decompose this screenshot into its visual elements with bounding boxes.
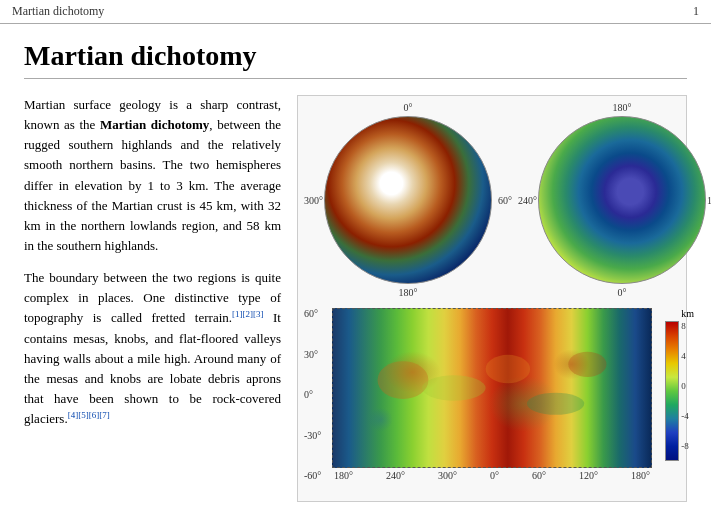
circle-right-left-label: 240° xyxy=(518,195,537,206)
citation-1: [1][2][3] xyxy=(232,309,263,319)
colorbar-val-0: 0 xyxy=(681,381,689,391)
page-number: 1 xyxy=(693,4,699,19)
topo-feature-2 xyxy=(422,375,486,400)
x-label-60: 60° xyxy=(532,470,546,481)
topo-feature-4 xyxy=(527,393,584,415)
x-label-240: 240° xyxy=(386,470,405,481)
maps-top: 0° 180° 300° 60° 180° 0° 240° 120° xyxy=(304,102,680,298)
bottom-map-ylabels: 60° 30° 0° -30° -60° xyxy=(304,308,321,481)
y-label-n60: -60° xyxy=(304,470,321,481)
y-label-n30: -30° xyxy=(304,430,321,441)
article-header-title: Martian dichotomy xyxy=(12,4,104,19)
map-circle-right xyxy=(538,116,706,284)
one-text: One xyxy=(143,290,165,305)
colorbar-gradient xyxy=(665,321,679,461)
y-label-30: 30° xyxy=(304,349,321,360)
known-text: known xyxy=(24,117,59,132)
southern-text: southern xyxy=(68,137,113,152)
circle-right-bottom-label: 0° xyxy=(618,287,627,298)
topo-feature-5 xyxy=(568,352,606,377)
map-circle-left xyxy=(324,116,492,284)
y-label-0: 0° xyxy=(304,389,321,400)
image-column: 0° 180° 300° 60° 180° 0° 240° 120° xyxy=(297,95,687,502)
x-label-0: 0° xyxy=(490,470,499,481)
title-divider xyxy=(24,78,687,79)
paragraph-1: Martian surface geology is a sharp contr… xyxy=(24,95,281,256)
x-label-300: 300° xyxy=(438,470,457,481)
map-circle-right-container: 180° 0° 240° 120° xyxy=(518,102,711,298)
map-circle-left-container: 0° 180° 300° 60° xyxy=(304,102,512,298)
y-label-60: 60° xyxy=(304,308,321,319)
circle-left-left-label: 300° xyxy=(304,195,323,206)
circle-right-right-label: 120° xyxy=(707,195,711,206)
colorbar-val-n8: -8 xyxy=(681,441,689,451)
circle-right-top-label: 180° xyxy=(613,102,632,113)
topo-feature-1 xyxy=(378,361,429,399)
colorbar-val-n4: -4 xyxy=(681,411,689,421)
topo-feature-3 xyxy=(486,355,531,383)
map-circle-left-wrapper: 0° 180° 300° 60° xyxy=(324,116,492,284)
citation-2: [4][5][6][7] xyxy=(68,410,110,420)
page-title: Martian dichotomy xyxy=(24,40,687,72)
x-label-180-left: 180° xyxy=(334,470,353,481)
bottom-map-area: 60° 30° 0° -30° -60° xyxy=(332,308,652,481)
colorbar-value-labels: 8 4 0 -4 -8 xyxy=(681,321,689,451)
colorbar-km-label: km xyxy=(681,308,694,319)
x-label-180-right: 180° xyxy=(631,470,650,481)
text-column: Martian surface geology is a sharp contr… xyxy=(24,95,281,442)
lowlands-text: lowlands xyxy=(130,218,177,233)
x-label-120: 120° xyxy=(579,470,598,481)
circle-left-right-label: 60° xyxy=(498,195,512,206)
colorbar-val-4: 4 xyxy=(681,351,689,361)
bottom-map-xlabels: 180° 240° 300° 0° 60° 120° 180° xyxy=(332,470,652,481)
page-content: Martian dichotomy Martian surface geolog… xyxy=(0,24,711,517)
colorbar-display: 8 4 0 -4 -8 xyxy=(665,321,689,451)
paragraph-2: The boundary between the two regions is … xyxy=(24,268,281,430)
top-bar: Martian dichotomy 1 xyxy=(0,0,711,24)
colorbar-val-8: 8 xyxy=(681,321,689,331)
circle-left-bottom-label: 180° xyxy=(399,287,418,298)
smooth-text: smooth xyxy=(24,157,62,172)
circle-left-top-label: 0° xyxy=(404,102,413,113)
map-circle-right-wrapper: 180° 0° 240° 120° xyxy=(538,116,706,284)
bottom-map xyxy=(332,308,652,468)
the-text: the xyxy=(79,117,95,132)
dichotomy-bold: Martian dichotomy xyxy=(100,117,209,132)
map-svg-overlay xyxy=(333,309,651,467)
main-section: Martian surface geology is a sharp contr… xyxy=(24,95,687,502)
colorbar-area: km 8 4 0 -4 -8 xyxy=(665,308,694,468)
